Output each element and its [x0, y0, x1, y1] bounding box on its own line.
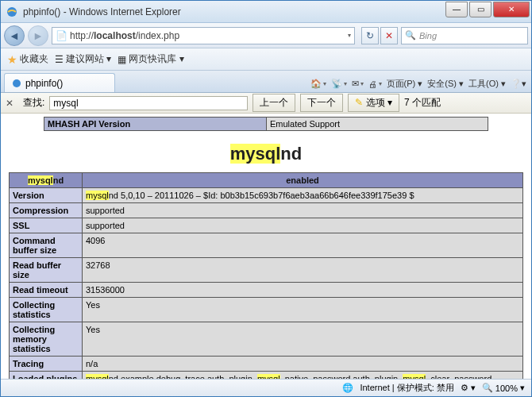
row-key: Tracing — [10, 357, 83, 372]
row-key: Read timeout — [10, 283, 83, 298]
stop-button[interactable]: ✕ — [380, 27, 398, 44]
row-val: mysqlnd 5,0,10 – 20111026 – $Id: b0b3b15… — [83, 188, 523, 203]
search-placeholder: Bing — [419, 31, 437, 40]
slice-icon: ▦ — [118, 54, 126, 65]
ie-icon — [6, 6, 18, 18]
forward-button[interactable]: ► — [28, 25, 48, 46]
section-header: mysqlnd — [9, 144, 523, 164]
favorites-bar: ★收藏夹 ☰建议网站 ▾ ▦网页快讯库 ▾ — [1, 48, 531, 71]
minimize-button[interactable]: — — [445, 2, 468, 17]
protected-mode-icon[interactable]: ⚙ ▾ — [461, 383, 476, 393]
table-row: Collecting memory statisticsYes — [10, 322, 523, 357]
print-button[interactable]: 🖨▾ — [368, 79, 382, 89]
find-close-icon[interactable]: ✕ — [6, 98, 18, 109]
highlight-icon: ✎ — [355, 97, 363, 108]
row-val: supported — [83, 218, 523, 233]
navbar: ◄ ► 📄 http://localhost/index.php ▾ ↻ ✕ 🔍… — [1, 23, 531, 48]
globe-icon: 🌐 — [342, 383, 353, 393]
table-row: SSLsupported — [10, 218, 523, 233]
ie-tab-icon — [11, 78, 22, 89]
find-label: 查找: — [23, 96, 44, 110]
maximize-button[interactable]: ▭ — [469, 2, 492, 17]
safety-menu[interactable]: 安全(S) ▾ — [427, 78, 464, 90]
refresh-button[interactable]: ↻ — [361, 27, 379, 44]
window-buttons: — ▭ ✕ — [444, 2, 530, 17]
star-icon: ★ — [7, 53, 17, 66]
svg-point-1 — [13, 79, 21, 87]
table-row: Command buffer size4096 — [10, 233, 523, 258]
search-box[interactable]: 🔍 Bing — [401, 27, 528, 44]
titlebar: phpinfo() - Windows Internet Explorer — … — [1, 1, 531, 23]
url-buttons: ↻ ✕ — [361, 27, 398, 44]
row-key: Version — [10, 188, 83, 203]
tabbar: phpinfo() 🏠▾ 📡▾ ✉▾ 🖨▾ 页面(P) ▾ 安全(S) ▾ 工具… — [1, 71, 531, 93]
address-bar[interactable]: 📄 http://localhost/index.php ▾ — [52, 27, 355, 44]
row-val: n/a — [83, 357, 523, 372]
row-val: supported — [83, 203, 523, 218]
table-row: Compressionsupported — [10, 203, 523, 218]
row-key: Loaded plugins — [10, 372, 83, 380]
mhash-table: MHASH API Version Emulated Support — [44, 117, 488, 131]
suggested-sites[interactable]: ☰建议网站 ▾ — [55, 52, 111, 66]
mhash-val: Emulated Support — [267, 118, 488, 131]
row-val: 4096 — [83, 233, 523, 258]
mhash-key: MHASH API Version — [44, 118, 267, 131]
row-val: mysqlnd,example,debug_trace,auth_plugin_… — [83, 372, 523, 380]
window-title: phpinfo() - Windows Internet Explorer — [23, 6, 444, 17]
table-row: Read buffer size32768 — [10, 258, 523, 283]
row-val: Yes — [83, 298, 523, 322]
tab-phpinfo[interactable]: phpinfo() — [4, 73, 115, 92]
table-row: Collecting statisticsYes — [10, 298, 523, 322]
web-slice[interactable]: ▦网页快讯库 ▾ — [118, 52, 183, 66]
find-input[interactable] — [49, 96, 248, 110]
zoom-control[interactable]: 🔍 100% ▾ — [482, 383, 525, 393]
page-icon: 📄 — [56, 30, 67, 41]
row-val: 32768 — [83, 258, 523, 283]
row-key: Collecting memory statistics — [10, 322, 83, 357]
page-menu[interactable]: 页面(P) ▾ — [387, 78, 423, 90]
find-prev-button[interactable]: 上一个 — [253, 94, 295, 112]
ie-window: phpinfo() - Windows Internet Explorer — … — [0, 0, 532, 397]
folder-icon: ☰ — [55, 54, 64, 65]
find-matches: 7 个匹配 — [404, 96, 441, 110]
col-header-right: enabled — [83, 173, 523, 188]
row-key: Collecting statistics — [10, 298, 83, 322]
tab-title: phpinfo() — [25, 78, 63, 89]
favorites-button[interactable]: ★收藏夹 — [7, 52, 48, 66]
col-header-left: mysqlnd — [10, 173, 83, 188]
security-zone: Internet | 保护模式: 禁用 — [360, 382, 453, 394]
table-row: Tracingn/a — [10, 357, 523, 372]
close-button[interactable]: ✕ — [493, 2, 530, 17]
mysqlnd-table: mysqlnd enabled Versionmysqlnd 5,0,10 – … — [9, 172, 523, 379]
row-key: SSL — [10, 218, 83, 233]
row-val: Yes — [83, 322, 523, 357]
help-button[interactable]: ❔▾ — [511, 79, 526, 89]
find-options-button[interactable]: ✎ 选项 ▾ — [348, 94, 399, 112]
section-hl: mysql — [230, 144, 281, 164]
row-val: 31536000 — [83, 283, 523, 298]
find-next-button[interactable]: 下一个 — [300, 94, 343, 112]
url-text: http://localhost/index.php — [70, 30, 348, 41]
row-key: Command buffer size — [10, 233, 83, 258]
command-bar: 🏠▾ 📡▾ ✉▾ 🖨▾ 页面(P) ▾ 安全(S) ▾ 工具(O) ▾ ❔▾ — [306, 78, 531, 92]
mail-button[interactable]: ✉▾ — [352, 79, 364, 89]
search-icon: 🔍 — [405, 30, 416, 40]
back-button[interactable]: ◄ — [4, 25, 25, 46]
feeds-button[interactable]: 📡▾ — [331, 79, 347, 89]
row-key: Read buffer size — [10, 258, 83, 283]
table-row: Read timeout31536000 — [10, 283, 523, 298]
tools-menu[interactable]: 工具(O) ▾ — [468, 78, 506, 90]
row-key: Compression — [10, 203, 83, 218]
status-bar: 🌐 Internet | 保护模式: 禁用 ⚙ ▾ 🔍 100% ▾ — [1, 379, 531, 396]
page-content: MHASH API Version Emulated Support mysql… — [1, 114, 531, 379]
home-button[interactable]: 🏠▾ — [310, 79, 326, 89]
url-dropdown-icon[interactable]: ▾ — [348, 32, 351, 39]
table-row: Versionmysqlnd 5,0,10 – 20111026 – $Id: … — [10, 188, 523, 203]
table-row: Loaded plugins mysqlnd,example,debug_tra… — [10, 372, 523, 380]
find-bar: ✕ 查找: 上一个 下一个 ✎ 选项 ▾ 7 个匹配 — [1, 93, 531, 114]
